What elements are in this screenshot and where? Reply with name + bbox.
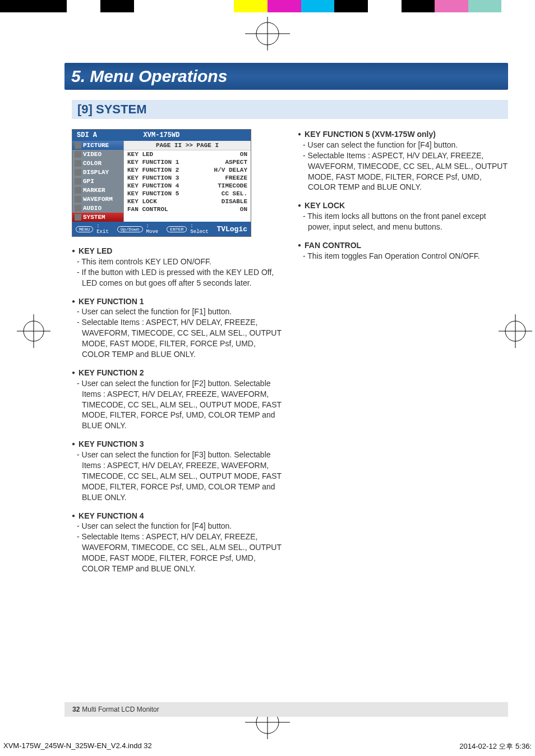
menu-icon xyxy=(75,187,81,194)
osd-sidebar-item: GPI xyxy=(72,177,123,186)
osd-setting-value: ASPECT xyxy=(225,159,247,166)
description-title: KEY FUNCTION 3 xyxy=(72,439,282,450)
osd-sidebar-label: SYSTEM xyxy=(83,214,105,221)
osd-page-tabs: PAGE II >> PAGE I xyxy=(124,141,251,150)
page-footer-band: 32 Multi Format LCD Monitor xyxy=(64,702,508,717)
osd-setting-row: KEY LOCKDISABLE xyxy=(124,198,251,205)
description-item: KEY LOCKThis item locks all buttons on t… xyxy=(298,200,508,232)
color-swatch xyxy=(100,0,134,12)
description-line: Selectable Items : ASPECT, H/V DELAY, FR… xyxy=(82,317,282,360)
menu-icon xyxy=(75,142,81,149)
description-title: FAN CONTROL xyxy=(298,240,508,251)
print-color-bar xyxy=(0,0,535,12)
osd-setting-row: KEY FUNCTION 4TIMECODE xyxy=(124,182,251,190)
osd-model-label: XVM-175WD xyxy=(144,131,180,139)
osd-setting-row: KEY FUNCTION 2H/V DELAY xyxy=(124,166,251,174)
page-number: 32 xyxy=(72,705,80,713)
osd-menu-screenshot: SDI A XVM-175WD PICTUREVIDEOCOLORDISPLAY… xyxy=(72,129,251,237)
page-footer-label: Multi Format LCD Monitor xyxy=(82,705,159,713)
osd-hint-menu: MENU xyxy=(76,226,93,232)
description-line: User can select the function for [F4] bu… xyxy=(82,521,282,532)
description-line: User can select the function for [F1] bu… xyxy=(82,306,282,317)
description-title: KEY FUNCTION 5 (XVM-175W only) xyxy=(298,129,508,140)
osd-setting-value: FREEZE xyxy=(225,175,247,181)
description-item: KEY FUNCTION 2User can select the functi… xyxy=(72,368,282,431)
description-line: User can select the function for [F2] bu… xyxy=(82,378,282,431)
osd-sidebar-label: PICTURE xyxy=(83,142,109,149)
registration-mark-top xyxy=(234,17,301,51)
menu-icon xyxy=(75,178,81,185)
description-line: If the button with LED is pressed with t… xyxy=(82,267,282,288)
osd-setting-name: KEY FUNCTION 5 xyxy=(127,190,222,197)
color-swatch xyxy=(167,0,201,12)
osd-setting-value: H/V DELAY xyxy=(214,167,247,173)
osd-header: SDI A XVM-175WD xyxy=(72,130,251,141)
osd-setting-name: FAN CONTROL xyxy=(127,206,240,213)
right-column: KEY FUNCTION 5 (XVM-175W only)User can s… xyxy=(298,129,508,582)
description-item: KEY FUNCTION 3User can select the functi… xyxy=(72,439,282,502)
color-swatch xyxy=(301,0,335,12)
left-column: SDI A XVM-175WD PICTUREVIDEOCOLORDISPLAY… xyxy=(72,129,282,582)
description-title: KEY LED xyxy=(72,246,282,256)
description-title: KEY FUNCTION 4 xyxy=(72,511,282,521)
description-title: KEY FUNCTION 2 xyxy=(72,368,282,378)
color-swatch xyxy=(67,0,100,12)
osd-sidebar-item: AUDIO xyxy=(72,204,123,213)
osd-setting-row: FAN CONTROLON xyxy=(124,205,251,213)
osd-sidebar-item: SYSTEM xyxy=(72,213,123,222)
osd-sidebar-label: VIDEO xyxy=(83,151,102,158)
osd-setting-name: KEY FUNCTION 2 xyxy=(127,167,214,173)
section-heading: [9] SYSTEM xyxy=(77,102,146,117)
osd-setting-row: KEY FUNCTION 3FREEZE xyxy=(124,174,251,182)
color-swatch xyxy=(268,0,301,12)
description-line: This item locks all buttons on the front… xyxy=(308,211,508,232)
osd-sidebar: PICTUREVIDEOCOLORDISPLAYGPIMARKERWAVEFOR… xyxy=(72,141,124,222)
osd-setting-value: DISABLE xyxy=(222,198,247,205)
osd-sidebar-item: VIDEO xyxy=(72,150,123,159)
description-item: KEY FUNCTION 1User can select the functi… xyxy=(72,296,282,360)
osd-setting-name: KEY FUNCTION 3 xyxy=(127,175,225,181)
print-date: 2014-02-12 오후 5:36: xyxy=(459,741,532,752)
osd-footer: MENU : Exit Up/Down : Move ENTER : Selec… xyxy=(72,222,251,236)
chapter-title-band: 5. Menu Operations xyxy=(64,63,508,90)
menu-icon xyxy=(75,214,81,221)
color-swatch xyxy=(368,0,402,12)
osd-sidebar-item: DISPLAY xyxy=(72,168,123,177)
osd-brand: TVLogic xyxy=(216,225,247,233)
osd-setting-name: KEY FUNCTION 1 xyxy=(127,159,225,166)
osd-main-panel: PAGE II >> PAGE I KEY LEDONKEY FUNCTION … xyxy=(124,141,251,222)
osd-sidebar-label: WAVEFORM xyxy=(83,196,113,203)
section-heading-band: [9] SYSTEM xyxy=(72,100,508,119)
osd-hint-updown: Up/Down xyxy=(117,226,143,232)
description-line: User can select the function for [F3] bu… xyxy=(82,450,282,502)
osd-setting-name: KEY FUNCTION 4 xyxy=(127,182,218,189)
menu-icon xyxy=(75,196,81,203)
description-item: KEY FUNCTION 5 (XVM-175W only)User can s… xyxy=(298,129,508,193)
osd-sidebar-item: MARKER xyxy=(72,186,123,195)
color-swatch xyxy=(402,0,435,12)
description-item: KEY FUNCTION 4User can select the functi… xyxy=(72,511,282,574)
color-swatch xyxy=(334,0,368,12)
osd-sidebar-label: COLOR xyxy=(83,160,102,167)
osd-sidebar-item: COLOR xyxy=(72,159,123,168)
osd-setting-value: CC SEL. xyxy=(222,190,247,197)
osd-setting-row: KEY LEDON xyxy=(124,150,251,158)
menu-icon xyxy=(75,169,81,176)
osd-setting-row: KEY FUNCTION 5CC SEL. xyxy=(124,190,251,198)
osd-setting-value: TIMECODE xyxy=(218,182,247,189)
registration-mark-right xyxy=(499,314,532,348)
chapter-title: 5. Menu Operations xyxy=(71,67,227,86)
description-line: User can select the function for [F4] bu… xyxy=(308,140,508,150)
color-swatch xyxy=(234,0,268,12)
menu-icon xyxy=(75,205,81,212)
osd-input-label: SDI A xyxy=(77,131,144,139)
description-line: Selectable Items : ASPECT, H/V DELAY, FR… xyxy=(308,150,508,193)
content-columns: SDI A XVM-175WD PICTUREVIDEOCOLORDISPLAY… xyxy=(72,129,508,582)
color-swatch xyxy=(468,0,502,12)
osd-sidebar-item: PICTURE xyxy=(72,141,123,150)
registration-mark-left xyxy=(17,314,50,348)
description-title: KEY FUNCTION 1 xyxy=(72,296,282,307)
osd-sidebar-label: MARKER xyxy=(83,187,105,194)
description-title: KEY LOCK xyxy=(298,200,508,211)
menu-icon xyxy=(75,160,81,167)
